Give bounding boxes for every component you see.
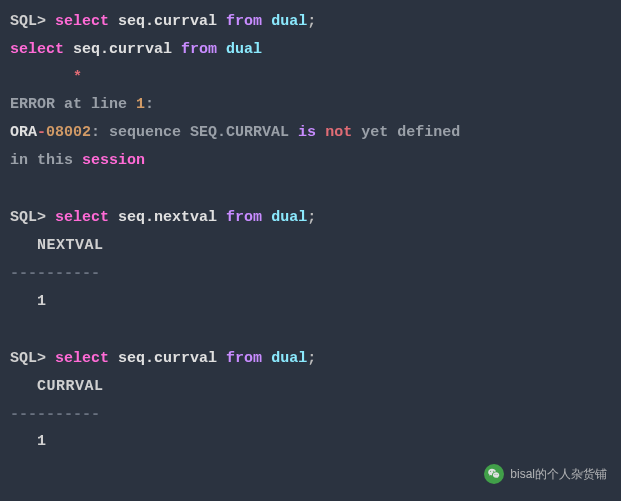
sql-prompt: SQL> [10, 350, 46, 367]
watermark: bisal的个人杂货铺 [484, 463, 607, 485]
table-name: dual [226, 41, 262, 58]
keyword-is: is [298, 124, 316, 141]
separator-dashes: ---------- [10, 260, 611, 288]
query-2-input: SQL> select seq.nextval from dual; [10, 204, 611, 232]
semicolon: ; [307, 209, 316, 226]
ora-code: 08002 [46, 124, 91, 141]
keyword-select: select [55, 209, 109, 226]
table-name: dual [271, 350, 307, 367]
table-name: dual [271, 13, 307, 30]
column-header: NEXTVAL [10, 232, 611, 260]
error-pointer: * [10, 64, 611, 92]
sql-prompt: SQL> [10, 13, 46, 30]
error-colon: : [145, 96, 154, 113]
expr: seq.nextval [118, 209, 217, 226]
watermark-text: bisal的个人杂货铺 [510, 463, 607, 485]
query-1-input: SQL> select seq.currval from dual; [10, 8, 611, 36]
error-message-line-1: ORA-08002: sequence SEQ.CURRVAL is not y… [10, 119, 611, 147]
star-marker: * [10, 69, 82, 86]
blank-line [10, 177, 611, 205]
blank-line [10, 317, 611, 345]
keyword-not: not [325, 124, 352, 141]
error-text: : sequence SEQ.CURRVAL [91, 124, 298, 141]
expr: seq.currval [73, 41, 172, 58]
ora-dash: - [37, 124, 46, 141]
result-row: 1 [10, 428, 611, 456]
query-1-block: SQL> select seq.currval from dual; selec… [10, 8, 611, 175]
keyword-session: session [82, 152, 145, 169]
query-2-block: SQL> select seq.nextval from dual; NEXTV… [10, 204, 611, 315]
keyword-select: select [55, 350, 109, 367]
column-header: CURRVAL [10, 373, 611, 401]
sql-prompt: SQL> [10, 209, 46, 226]
result-value: 1 [37, 293, 46, 310]
query-3-block: SQL> select seq.currval from dual; CURRV… [10, 345, 611, 456]
wechat-icon [484, 464, 504, 484]
semicolon: ; [307, 13, 316, 30]
keyword-from: from [226, 209, 262, 226]
keyword-from: from [181, 41, 217, 58]
keyword-select: select [55, 13, 109, 30]
ora-prefix: ORA [10, 124, 37, 141]
semicolon: ; [307, 350, 316, 367]
error-message-line-2: in this session [10, 147, 611, 175]
keyword-from: from [226, 13, 262, 30]
error-at-line: ERROR at line 1: [10, 91, 611, 119]
error-text: yet defined [352, 124, 460, 141]
column-name: NEXTVAL [37, 237, 104, 254]
result-row: 1 [10, 288, 611, 316]
result-value: 1 [37, 433, 46, 450]
query-1-echo: select seq.currval from dual [10, 36, 611, 64]
column-name: CURRVAL [37, 378, 104, 395]
query-3-input: SQL> select seq.currval from dual; [10, 345, 611, 373]
separator-dashes: ---------- [10, 401, 611, 429]
error-line-number: 1 [136, 96, 145, 113]
keyword-from: from [226, 350, 262, 367]
error-text: in this [10, 152, 82, 169]
expr: seq.currval [118, 13, 217, 30]
keyword-select: select [10, 41, 64, 58]
table-name: dual [271, 209, 307, 226]
error-label: ERROR at line [10, 96, 136, 113]
expr: seq.currval [118, 350, 217, 367]
